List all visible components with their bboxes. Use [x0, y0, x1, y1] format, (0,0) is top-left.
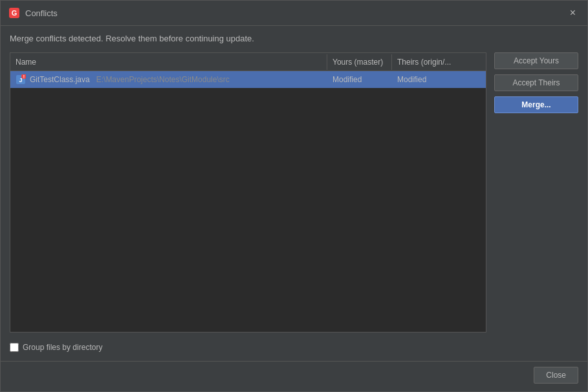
file-path: E:\MavenProjects\Notes\GitModule\src: [96, 75, 230, 84]
table-header: Name Yours (master) Theirs (origin/...: [10, 53, 486, 71]
group-files-label: Group files by directory: [23, 343, 102, 352]
conflicts-table: Name Yours (master) Theirs (origin/... J: [10, 52, 486, 332]
cell-name: J ! GitTestClass.java E:\MavenProjects\N…: [10, 72, 327, 87]
conflicts-dialog: G Conflicts × Merge conflicts detected. …: [0, 0, 588, 392]
table-body: J ! GitTestClass.java E:\MavenProjects\N…: [10, 71, 486, 332]
content-area: Name Yours (master) Theirs (origin/... J: [10, 52, 578, 332]
group-files-checkbox-label[interactable]: Group files by directory: [10, 343, 102, 352]
header-yours: Yours (master): [327, 54, 392, 70]
accept-theirs-button[interactable]: Accept Theirs: [494, 74, 578, 91]
header-theirs: Theirs (origin/...: [392, 54, 486, 70]
merge-button[interactable]: Merge...: [494, 96, 578, 113]
cell-theirs-status: Modified: [392, 72, 486, 87]
close-dialog-button[interactable]: Close: [534, 367, 578, 384]
title-bar-left: G Conflicts: [8, 7, 58, 19]
window-close-button[interactable]: ×: [566, 6, 580, 20]
header-name: Name: [10, 54, 327, 70]
conflict-message: Merge conflicts detected. Resolve them b…: [10, 34, 578, 46]
svg-text:!: !: [23, 74, 25, 79]
right-panel: Accept Yours Accept Theirs Merge...: [494, 52, 578, 332]
dialog-body: Merge conflicts detected. Resolve them b…: [1, 26, 587, 361]
bottom-area: Group files by directory: [10, 339, 578, 356]
dialog-footer: Close: [1, 361, 587, 391]
svg-text:J: J: [19, 77, 22, 83]
git-icon: G: [8, 7, 20, 19]
title-bar: G Conflicts ×: [1, 1, 587, 26]
svg-text:G: G: [12, 9, 17, 17]
dialog-title: Conflicts: [25, 8, 58, 18]
cell-yours-status: Modified: [327, 72, 392, 87]
accept-yours-button[interactable]: Accept Yours: [494, 52, 578, 69]
file-name: GitTestClass.java: [30, 75, 90, 84]
file-conflict-icon: J !: [16, 74, 26, 85]
group-files-checkbox[interactable]: [10, 343, 19, 352]
table-row[interactable]: J ! GitTestClass.java E:\MavenProjects\N…: [10, 71, 486, 88]
